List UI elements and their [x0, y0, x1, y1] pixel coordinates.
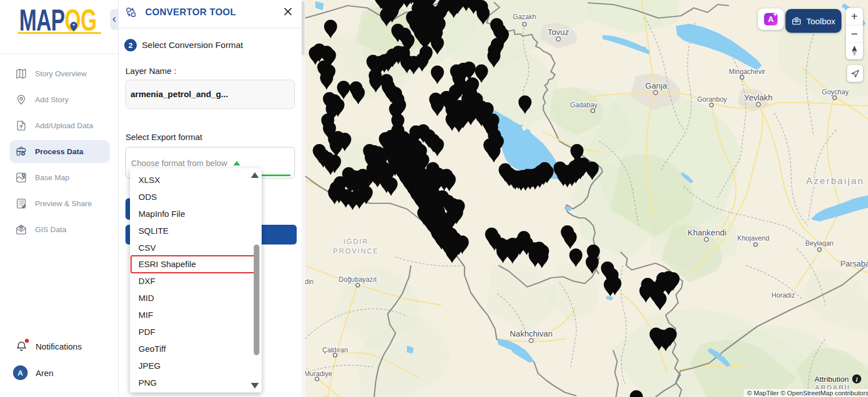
svg-text:IĞDIR: IĞDIR	[344, 237, 369, 246]
svg-text:PROVINCE: PROVINCE	[333, 247, 379, 255]
svg-text:Tovuz: Tovuz	[548, 28, 569, 37]
svg-text:Nakhchivan: Nakhchivan	[510, 329, 553, 338]
svg-text:Azerbaijan: Azerbaijan	[806, 176, 865, 186]
svg-text:Gadabay: Gadabay	[570, 101, 598, 109]
svg-text:Khankendi: Khankendi	[688, 228, 727, 237]
svg-text:Mingachevir: Mingachevir	[729, 68, 766, 76]
svg-text:Horadiz: Horadiz	[771, 291, 795, 299]
svg-text:Ganja: Ganja	[645, 81, 668, 90]
svg-text:© MapTiler © OpenStreetMap con: © MapTiler © OpenStreetMap contributors	[747, 390, 868, 396]
svg-text:Çaldıran: Çaldıran	[322, 346, 348, 354]
svg-text:Attribution: Attribution	[814, 375, 849, 383]
svg-text:Muradiye: Muradiye	[305, 370, 332, 378]
svg-text:Goychay: Goychay	[822, 88, 848, 96]
svg-text:Beyləqan: Beyləqan	[805, 239, 834, 247]
svg-text:Gazakh: Gazakh	[513, 13, 536, 21]
svg-text:Goranboy: Goranboy	[697, 95, 727, 103]
svg-text:din: din	[305, 278, 314, 286]
svg-text:Doğubayazıt: Doğubayazıt	[338, 276, 377, 283]
svg-text:Khojavend: Khojavend	[737, 234, 770, 242]
svg-text:Parsaba: Parsaba	[840, 259, 868, 268]
svg-text:Yevlakh: Yevlakh	[744, 93, 772, 102]
